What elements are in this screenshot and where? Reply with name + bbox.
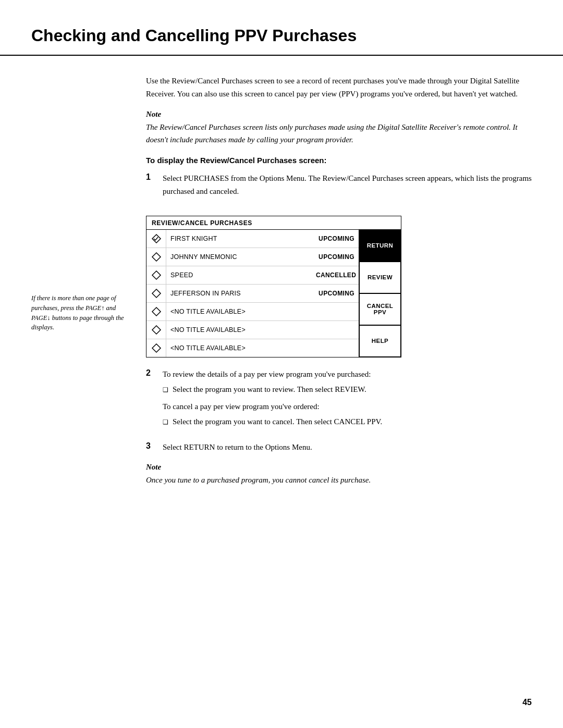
content-area: If there is more than one page of purcha…: [0, 75, 563, 496]
page-header: Checking and Cancelling PPV Purchases: [0, 26, 563, 56]
row-status-7: [312, 346, 359, 351]
substeps-cancel: ❑ Select the program you want to cancel.…: [163, 416, 532, 428]
svg-marker-3: [152, 289, 161, 298]
note2-text: Once you tune to a purchased program, yo…: [146, 474, 532, 487]
ppv-icon-3: [146, 266, 166, 284]
step-2-number: 2: [146, 368, 157, 378]
main-content: Use the Review/Cancel Purchases screen t…: [141, 75, 532, 496]
cancel-ppv-button[interactable]: CANCEL PPV: [359, 293, 401, 325]
page-title: Checking and Cancelling PPV Purchases: [31, 26, 532, 45]
row-status-5: [312, 309, 359, 314]
row-title-2: JOHNNY MNEMONIC: [166, 251, 312, 263]
step-3: 3 Select RETURN to return to the Options…: [146, 441, 532, 454]
note2-label: Note: [146, 463, 532, 472]
step-2-text: To review the details of a pay per view …: [163, 370, 371, 378]
checkbox-icon-1: ❑: [163, 385, 168, 395]
table-title: REVIEW/CANCEL PURCHASES: [146, 216, 401, 230]
svg-marker-2: [152, 271, 161, 279]
row-title-6: <NO TITLE AVAILABLE>: [166, 324, 312, 336]
ppv-icon-6: [146, 321, 166, 339]
row-title-1: FIRST KNIGHT: [166, 232, 312, 245]
substep-review-text: Select the program you want to review. T…: [173, 384, 366, 396]
row-title-7: <NO TITLE AVAILABLE>: [166, 342, 312, 354]
svg-marker-4: [152, 307, 161, 316]
ppv-icon-7: [146, 339, 166, 357]
review-button[interactable]: REVIEW: [359, 262, 401, 293]
table-row[interactable]: <NO TITLE AVAILABLE>: [146, 339, 359, 357]
step-3-number: 3: [146, 441, 157, 451]
ppv-icon-2: [146, 248, 166, 266]
step-1-number: 1: [146, 172, 157, 182]
row-title-4: JEFFERSON IN PARIS: [166, 287, 312, 300]
svg-marker-5: [152, 326, 161, 334]
ppv-icon-4: [146, 285, 166, 302]
step-3-text: Select RETURN to return to the Options M…: [163, 441, 532, 454]
page-container: Checking and Cancelling PPV Purchases If…: [0, 0, 563, 728]
row-status-2: UPCOMING: [312, 251, 359, 263]
sidebar-note: If there is more than one page of purcha…: [31, 293, 130, 332]
table-row[interactable]: FIRST KNIGHT UPCOMING: [146, 230, 359, 248]
table-row[interactable]: JEFFERSON IN PARIS UPCOMING: [146, 285, 359, 303]
table-buttons: RETURN REVIEW CANCEL PPV HELP: [359, 230, 401, 357]
cancel-intro-text: To cancel a pay per view program you've …: [163, 400, 532, 413]
row-status-3: CANCELLED: [312, 269, 359, 281]
table-body: FIRST KNIGHT UPCOMING JOHNNY MNEMONIC: [146, 230, 401, 357]
ppv-icon-5: [146, 303, 166, 320]
substep-review: ❑ Select the program you want to review.…: [163, 384, 532, 396]
row-status-1: UPCOMING: [312, 232, 359, 245]
help-button[interactable]: HELP: [359, 325, 401, 357]
step-1-text: Select PURCHASES from the Options Menu. …: [163, 172, 532, 198]
note-block-2: Note Once you tune to a purchased progra…: [146, 463, 532, 487]
table-row[interactable]: <NO TITLE AVAILABLE>: [146, 303, 359, 321]
row-status-6: [312, 327, 359, 332]
table-row[interactable]: <NO TITLE AVAILABLE>: [146, 321, 359, 339]
note-block-1: Note The Review/Cancel Purchases screen …: [146, 110, 532, 147]
intro-paragraph: Use the Review/Cancel Purchases screen t…: [146, 75, 532, 101]
review-cancel-table: REVIEW/CANCEL PURCHASES FIRST KNIGHT: [146, 216, 401, 357]
step-2-content: To review the details of a pay per view …: [163, 368, 532, 431]
note1-label: Note: [146, 110, 532, 119]
substep-cancel-text: Select the program you want to cancel. T…: [173, 416, 382, 428]
svg-marker-1: [152, 253, 161, 261]
step-1: 1 Select PURCHASES from the Options Menu…: [146, 172, 532, 198]
table-row[interactable]: JOHNNY MNEMONIC UPCOMING: [146, 248, 359, 266]
table-row[interactable]: SPEED CANCELLED: [146, 266, 359, 285]
page-number: 45: [522, 698, 532, 707]
svg-marker-6: [152, 344, 161, 352]
row-title-5: <NO TITLE AVAILABLE>: [166, 305, 312, 318]
substep-cancel: ❑ Select the program you want to cancel.…: [163, 416, 532, 428]
row-title-3: SPEED: [166, 269, 312, 281]
table-main: FIRST KNIGHT UPCOMING JOHNNY MNEMONIC: [146, 230, 359, 357]
section-heading: To display the Review/Cancel Purchases s…: [146, 156, 532, 165]
row-status-4: UPCOMING: [312, 287, 359, 300]
step-2: 2 To review the details of a pay per vie…: [146, 368, 532, 431]
note1-text: The Review/Cancel Purchases screen lists…: [146, 121, 532, 147]
checkbox-icon-2: ❑: [163, 417, 168, 427]
ppv-icon-1: [146, 230, 166, 248]
return-button[interactable]: RETURN: [359, 230, 401, 262]
left-sidebar: If there is more than one page of purcha…: [31, 75, 141, 496]
substeps-review: ❑ Select the program you want to review.…: [163, 384, 532, 396]
